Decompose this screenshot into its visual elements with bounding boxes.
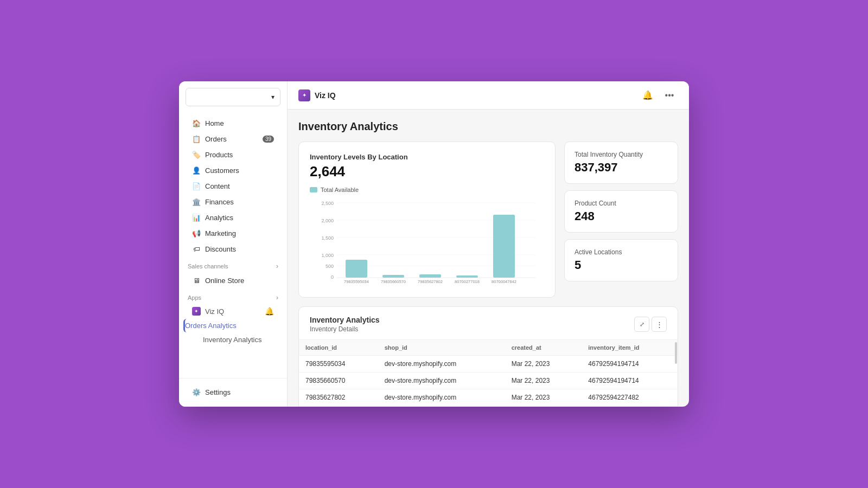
- products-icon: 🏷️: [192, 150, 201, 159]
- col-shop-id: shop_id: [378, 340, 505, 356]
- table-row: 79835595034dev-store.myshopify.comMar 22…: [299, 406, 678, 407]
- sidebar-sub-item-inventory-analytics[interactable]: Inventory Analytics: [183, 333, 283, 346]
- svg-rect-13: [382, 275, 404, 278]
- sidebar-item-analytics[interactable]: 📊 Analytics: [183, 210, 283, 225]
- cell-location_id: 79835595034: [299, 356, 378, 373]
- table-row: 79835660570dev-store.myshopify.comMar 22…: [299, 373, 678, 389]
- sidebar-item-settings[interactable]: ⚙️ Settings: [183, 384, 283, 400]
- cell-shop_id: dev-store.myshopify.com: [378, 406, 505, 407]
- active-locations-value: 5: [575, 258, 668, 272]
- bar-chart: 2,500 2,000 1,500 1,000 500 0: [310, 197, 544, 284]
- svg-text:1,500: 1,500: [321, 235, 334, 241]
- expand-table-button[interactable]: ⤢: [634, 317, 649, 332]
- svg-text:0: 0: [331, 274, 334, 280]
- total-inventory-label: Total Inventory Quantity: [575, 151, 668, 158]
- sidebar-nav: 🏠 Home 📋 Orders 39 🏷️ Products 👤 Custome…: [179, 115, 287, 378]
- apps-section: Apps ›: [179, 288, 287, 304]
- cell-inventory_item_id: 46792594260250: [582, 406, 678, 407]
- viz-iq-icon: ✦: [192, 307, 201, 316]
- cell-location_id: 79835627802: [299, 389, 378, 406]
- sidebar-item-online-store[interactable]: 🖥 Online Store: [183, 273, 283, 288]
- svg-text:79835660570: 79835660570: [381, 279, 406, 284]
- table-scroll-area: location_id shop_id created_at inventory…: [299, 340, 678, 407]
- sales-channels-chevron[interactable]: ›: [276, 262, 278, 270]
- topbar: ✦ Viz IQ 🔔 •••: [288, 81, 689, 110]
- orders-icon: 📋: [192, 134, 201, 143]
- cell-inventory_item_id: 46792594227482: [582, 389, 678, 406]
- svg-rect-16: [493, 215, 515, 278]
- viz-iq-bell-icon[interactable]: 🔔: [265, 307, 274, 316]
- table-scrollbar[interactable]: [674, 340, 678, 407]
- dashboard-top: Inventory Levels By Location 2,644 Total…: [298, 142, 678, 298]
- svg-text:2,500: 2,500: [321, 201, 334, 206]
- sidebar-item-finances[interactable]: 🏛️ Finances: [183, 194, 283, 209]
- cell-created_at: Mar 22, 2023: [505, 406, 582, 407]
- notification-button[interactable]: 🔔: [639, 87, 656, 104]
- cell-created_at: Mar 22, 2023: [505, 373, 582, 389]
- svg-text:1,000: 1,000: [321, 253, 334, 258]
- table-card: Inventory Analytics Inventory Details ⤢ …: [298, 306, 678, 407]
- scrollbar-thumb: [675, 342, 677, 364]
- cell-created_at: Mar 22, 2023: [505, 389, 582, 406]
- sidebar-item-customers[interactable]: 👤 Customers: [183, 163, 283, 178]
- sidebar-settings-section: ⚙️ Settings: [179, 378, 287, 400]
- settings-icon: ⚙️: [192, 388, 201, 396]
- cell-created_at: Mar 22, 2023: [505, 356, 582, 373]
- col-inventory-item-id: inventory_item_id: [582, 340, 678, 356]
- svg-text:2,000: 2,000: [321, 218, 334, 223]
- content-icon: 📄: [192, 182, 201, 190]
- svg-rect-15: [456, 275, 478, 278]
- store-selector[interactable]: ▾: [186, 88, 280, 106]
- sidebar-item-orders[interactable]: 📋 Orders 39: [183, 131, 283, 146]
- svg-rect-12: [346, 260, 367, 278]
- page-title: Inventory Analytics: [298, 120, 678, 133]
- stat-card-active-locations: Active Locations 5: [564, 239, 678, 281]
- svg-text:79835627802: 79835627802: [418, 279, 443, 284]
- svg-text:500: 500: [326, 264, 334, 269]
- sidebar-item-home[interactable]: 🏠 Home: [183, 115, 283, 131]
- topbar-title: Viz IQ: [315, 91, 635, 100]
- sidebar-item-marketing[interactable]: 📢 Marketing: [183, 226, 283, 241]
- main-content: ✦ Viz IQ 🔔 ••• Inventory Analytics Inven…: [288, 81, 689, 407]
- sidebar-sub-item-orders-analytics[interactable]: Orders Analytics: [183, 319, 283, 332]
- table-row: 79835595034dev-store.myshopify.comMar 22…: [299, 356, 678, 373]
- sidebar-viz-iq-parent[interactable]: ✦ Viz IQ 🔔: [183, 304, 283, 318]
- chart-legend: Total Available: [310, 187, 544, 193]
- sidebar-item-products[interactable]: 🏷️ Products: [183, 147, 283, 162]
- svg-text:80700277018: 80700277018: [455, 279, 480, 284]
- cell-inventory_item_id: 46792594194714: [582, 356, 678, 373]
- apps-chevron[interactable]: ›: [276, 294, 278, 301]
- legend-swatch: [310, 187, 317, 192]
- product-count-value: 248: [575, 209, 668, 223]
- customers-icon: 👤: [192, 166, 201, 175]
- cell-inventory_item_id: 46792594194714: [582, 373, 678, 389]
- sales-channels-section: Sales channels ›: [179, 257, 287, 272]
- stat-card-product-count: Product Count 248: [564, 190, 678, 233]
- finances-icon: 🏛️: [192, 197, 201, 206]
- page-body: Inventory Analytics Inventory Levels By …: [288, 110, 689, 407]
- svg-rect-14: [419, 274, 441, 278]
- stat-cards: Total Inventory Quantity 837,397 Product…: [564, 142, 678, 298]
- col-location-id: location_id: [299, 340, 378, 356]
- more-options-button[interactable]: •••: [661, 87, 678, 104]
- table-section-title: Inventory Analytics Inventory Details: [310, 316, 380, 333]
- cell-shop_id: dev-store.myshopify.com: [378, 356, 505, 373]
- chart-title: Inventory Levels By Location: [310, 153, 544, 161]
- svg-text:80700047642: 80700047642: [492, 279, 516, 284]
- chart-card: Inventory Levels By Location 2,644 Total…: [298, 142, 556, 298]
- cell-shop_id: dev-store.myshopify.com: [378, 389, 505, 406]
- inventory-table: location_id shop_id created_at inventory…: [299, 340, 678, 407]
- sidebar-item-discounts[interactable]: 🏷 Discounts: [183, 241, 283, 256]
- product-count-label: Product Count: [575, 200, 668, 207]
- table-more-button[interactable]: ⋮: [652, 317, 667, 332]
- orders-badge: 39: [263, 136, 274, 143]
- sidebar-item-content[interactable]: 📄 Content: [183, 178, 283, 194]
- sidebar: ▾ 🏠 Home 📋 Orders 39 🏷️ Products 👤 Cu: [179, 81, 288, 407]
- topbar-app-icon: ✦: [298, 89, 310, 101]
- app-window: ▾ 🏠 Home 📋 Orders 39 🏷️ Products 👤 Cu: [179, 81, 689, 407]
- home-icon: 🏠: [192, 119, 201, 127]
- svg-text:79835595034: 79835595034: [344, 279, 369, 284]
- stat-card-total-inventory: Total Inventory Quantity 837,397: [564, 142, 678, 184]
- marketing-icon: 📢: [192, 229, 201, 237]
- total-inventory-value: 837,397: [575, 160, 668, 175]
